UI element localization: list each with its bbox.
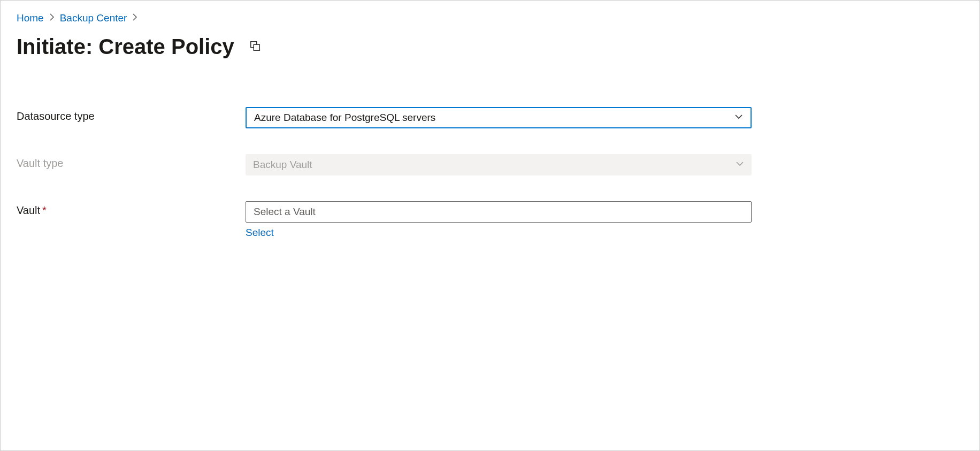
breadcrumb-backup-center-link[interactable]: Backup Center [60,12,127,24]
vault-type-row: Vault type Backup Vault [17,154,963,175]
chevron-down-icon [734,112,743,124]
vault-input[interactable]: Select a Vault [246,201,752,223]
datasource-type-row: Datasource type Azure Database for Postg… [17,107,963,128]
svg-rect-1 [254,44,259,50]
datasource-type-select[interactable]: Azure Database for PostgreSQL servers [246,107,752,128]
chevron-down-icon [736,159,744,171]
chevron-right-icon [49,13,55,23]
vault-select-link[interactable]: Select [246,227,274,239]
vault-type-label: Vault type [17,154,246,170]
chevron-right-icon [132,13,137,23]
datasource-type-label: Datasource type [17,107,246,123]
breadcrumb-home-link[interactable]: Home [17,12,44,24]
datasource-type-value: Azure Database for PostgreSQL servers [254,112,435,124]
pin-icon[interactable] [249,40,261,54]
page-title-row: Initiate: Create Policy [17,35,963,59]
vault-placeholder: Select a Vault [254,206,316,218]
breadcrumb: Home Backup Center [17,12,963,24]
vault-type-select: Backup Vault [246,154,752,175]
vault-label: Vault* [17,201,246,217]
page-title: Initiate: Create Policy [17,35,234,59]
vault-type-value: Backup Vault [253,159,312,171]
required-indicator: * [42,204,47,216]
vault-row: Vault* Select a Vault Select [17,201,963,239]
